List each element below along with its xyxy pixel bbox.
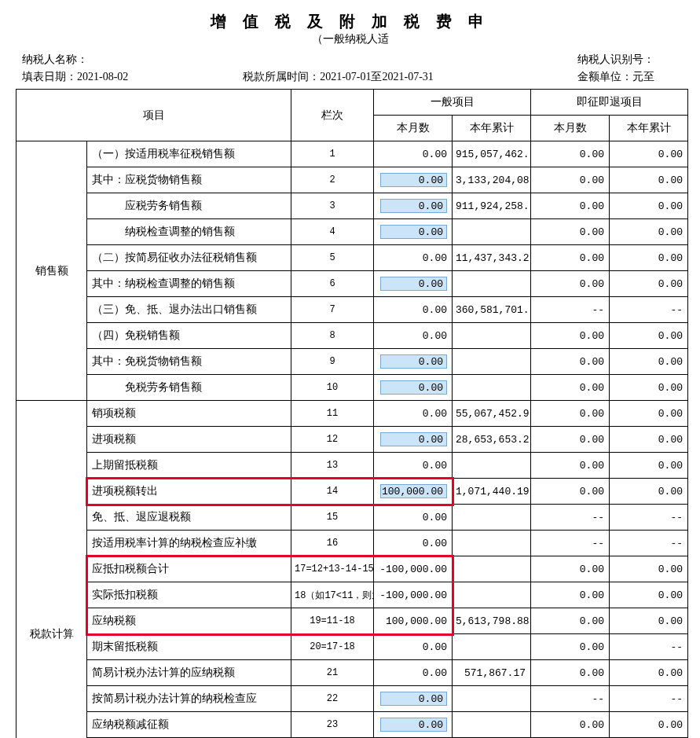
- row-label: 按适用税率计算的纳税检查应补缴: [87, 531, 291, 556]
- cell-month-general-input[interactable]: 100,000.00: [380, 484, 447, 498]
- taxpayer-id-label: 纳税人识别号：: [339, 51, 679, 68]
- cell-month-general-input[interactable]: 0.00: [380, 199, 447, 213]
- cell-month-refund: 0.00: [531, 167, 610, 193]
- cell-month-general[interactable]: 0.00: [374, 634, 453, 660]
- cell-month-general[interactable]: 0.00: [374, 375, 453, 401]
- cell-year-general: [453, 582, 531, 608]
- page-subtitle: （一般纳税人适: [16, 32, 684, 46]
- cell-month-general[interactable]: 0.00: [374, 712, 453, 738]
- cell-year-refund: 0.00: [610, 245, 688, 271]
- cell-month-general-input[interactable]: 0.00: [380, 432, 447, 446]
- cell-month-refund: 0.00: [531, 219, 610, 245]
- cell-month-general[interactable]: 0.00: [374, 349, 453, 375]
- row-col-index: 13: [291, 453, 374, 479]
- cell-month-general[interactable]: 0.00: [374, 686, 453, 712]
- table-wrap: 项目 栏次 一般项目 即征即退项目 本月数 本年累计 本月数 本年累计 销售额（…: [16, 89, 684, 738]
- cell-month-general-input[interactable]: 0.00: [380, 380, 447, 395]
- cell-month-general[interactable]: 0.00: [374, 453, 453, 479]
- cell-month-general[interactable]: 0.00: [374, 660, 453, 686]
- cell-month-refund: 0.00: [531, 608, 610, 634]
- cell-month-refund: 0.00: [531, 556, 610, 582]
- cell-month-general-input[interactable]: 0.00: [380, 718, 447, 732]
- table-row: 应纳税额19=11-18100,000.005,613,798.880.000.…: [16, 608, 688, 634]
- cell-month-general-input[interactable]: 0.00: [380, 225, 447, 239]
- cell-month-general[interactable]: 100,000.00: [374, 608, 453, 634]
- cell-year-general: 5,613,798.88: [453, 608, 531, 634]
- cell-month-general-input[interactable]: 0.00: [380, 354, 447, 369]
- cell-month-general[interactable]: 100,000.00: [374, 479, 453, 505]
- table-row: 期末留抵税额20=17-180.000.00--: [16, 634, 688, 660]
- row-label: 按简易计税办法计算的纳税检查应: [87, 686, 291, 712]
- row-col-index: 3: [291, 193, 374, 219]
- cell-month-refund: 0.00: [531, 479, 610, 505]
- table-row: 其中：应税货物销售额20.003,133,204,080.000.00: [16, 167, 688, 193]
- cell-year-general: [453, 556, 531, 582]
- cell-year-refund: 0.00: [610, 141, 688, 167]
- row-col-index: 5: [291, 245, 374, 271]
- cell-month-general[interactable]: 0.00: [374, 245, 453, 271]
- cell-year-general: 11,437,343.2: [453, 245, 531, 271]
- cell-month-general[interactable]: 0.00: [374, 401, 453, 427]
- amount-unit: 金额单位：元至: [444, 68, 678, 86]
- row-col-index: 14: [291, 479, 374, 505]
- row-col-index: 17=12+13-14-15+16: [291, 556, 374, 582]
- cell-month-general-input[interactable]: 0.00: [380, 692, 447, 706]
- cell-month-refund: 0.00: [531, 712, 610, 738]
- head-year-1: 本年累计: [453, 116, 531, 141]
- cell-month-refund: --: [531, 297, 610, 323]
- cell-month-refund: 0.00: [531, 271, 610, 297]
- cell-year-refund: 0.00: [610, 375, 688, 401]
- cell-year-refund: 0.00: [610, 193, 688, 219]
- cell-year-refund: --: [610, 686, 688, 712]
- row-label: （三）免、抵、退办法出口销售额: [87, 297, 291, 323]
- cell-month-general[interactable]: 0.00: [374, 141, 453, 167]
- head-group-general: 一般项目: [374, 90, 531, 116]
- cell-year-refund: 0.00: [610, 582, 688, 608]
- cell-year-refund: 0.00: [610, 479, 688, 505]
- row-label: 进项税额: [87, 427, 291, 453]
- cell-month-general[interactable]: 0.00: [374, 505, 453, 531]
- section-label: 销售额: [16, 141, 87, 401]
- cell-month-general[interactable]: 0.00: [374, 297, 453, 323]
- row-col-index: 1: [291, 141, 374, 167]
- table-row: 税款计算销项税额110.0055,067,452.90.000.00: [16, 401, 688, 427]
- cell-year-refund: --: [610, 505, 688, 531]
- cell-month-general[interactable]: 0.00: [374, 531, 453, 556]
- cell-year-refund: 0.00: [610, 608, 688, 634]
- cell-month-refund: 0.00: [531, 660, 610, 686]
- cell-month-general-input[interactable]: 0.00: [380, 277, 447, 291]
- cell-year-refund: --: [610, 297, 688, 323]
- row-label: 其中：免税货物销售额: [87, 349, 291, 375]
- cell-month-general[interactable]: 0.00: [374, 323, 453, 349]
- cell-year-refund: 0.00: [610, 401, 688, 427]
- cell-month-general[interactable]: 0.00: [374, 167, 453, 193]
- cell-month-general[interactable]: 0.00: [374, 193, 453, 219]
- table-row: 按适用税率计算的纳税检查应补缴160.00----: [16, 531, 688, 556]
- row-label: （二）按简易征收办法征税销售额: [87, 245, 291, 271]
- cell-month-general[interactable]: -100,000.00: [374, 582, 453, 608]
- cell-year-refund: 0.00: [610, 427, 688, 453]
- table-row: 实际抵扣税额18（如17<11，则为17，否则-100,000.000.000.…: [16, 582, 688, 608]
- cell-month-general[interactable]: -100,000.00: [374, 556, 453, 582]
- row-label: （一）按适用税率征税销售额: [87, 141, 291, 167]
- row-col-index: 23: [291, 712, 374, 738]
- cell-month-general[interactable]: 0.00: [374, 427, 453, 453]
- fill-date: 填表日期：2021-08-02: [22, 68, 233, 86]
- table-row: （三）免、抵、退办法出口销售额70.00360,581,701.----: [16, 297, 688, 323]
- cell-month-refund: 0.00: [531, 245, 610, 271]
- row-col-index: 22: [291, 686, 374, 712]
- table-row: 按简易计税办法计算的纳税检查应220.00----: [16, 686, 688, 712]
- cell-month-general[interactable]: 0.00: [374, 219, 453, 245]
- cell-month-refund: 0.00: [531, 349, 610, 375]
- cell-month-general-input[interactable]: 0.00: [380, 173, 447, 187]
- cell-year-general: 911,924,258.: [453, 193, 531, 219]
- taxpayer-name-label: 纳税人名称：: [22, 51, 339, 68]
- head-month-2: 本月数: [531, 116, 610, 141]
- row-label: 简易计税办法计算的应纳税额: [87, 660, 291, 686]
- row-label: 应纳税额: [87, 608, 291, 634]
- table-row: （二）按简易征收办法征税销售额50.0011,437,343.20.000.00: [16, 245, 688, 271]
- row-label: （四）免税销售额: [87, 323, 291, 349]
- head-group-refund: 即征即退项目: [531, 90, 688, 116]
- row-col-index: 18（如17<11，则为17，否则: [291, 582, 374, 608]
- cell-month-general[interactable]: 0.00: [374, 271, 453, 297]
